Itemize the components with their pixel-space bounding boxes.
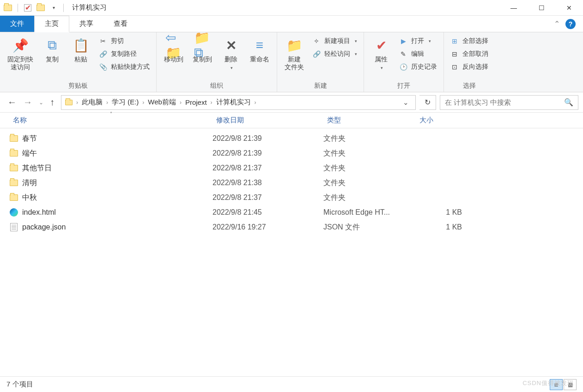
group-clipboard: 📌 固定到快 速访问 ⧉ 复制 📋 粘贴 ✂剪切 🔗复制路径 📎粘贴快捷方式 剪…	[0, 32, 157, 92]
breadcrumb-item[interactable]: 学习 (E:)›	[111, 98, 145, 107]
qat-dropdown-icon[interactable]: ▾	[49, 3, 59, 13]
copy-icon: ⧉	[44, 37, 61, 54]
group-label: 组织	[161, 81, 272, 91]
rename-icon: ≡	[251, 37, 268, 54]
close-button[interactable]: ✕	[555, 0, 583, 16]
invert-selection-button[interactable]: ⊡反向选择	[449, 62, 490, 72]
file-row[interactable]: 春节2022/9/8 21:39文件夹	[9, 131, 583, 146]
col-name[interactable]: 名称˄	[9, 116, 213, 125]
tab-file[interactable]: 文件	[0, 16, 34, 32]
rename-button[interactable]: ≡重命名	[247, 35, 272, 66]
help-icon[interactable]: ?	[565, 19, 576, 29]
delete-button[interactable]: ✕删除▾	[219, 35, 243, 72]
app-folder-icon[interactable]	[3, 3, 13, 13]
breadcrumb-item[interactable]: Web前端›	[147, 98, 182, 107]
open-button[interactable]: ▶打开▾	[397, 36, 439, 46]
file-row[interactable]: 端午2022/9/8 21:39文件夹	[9, 146, 583, 161]
select-none-button[interactable]: ⊟全部取消	[449, 49, 490, 59]
forward-button[interactable]: →	[23, 97, 32, 108]
cut-button[interactable]: ✂剪切	[97, 36, 152, 46]
tab-share[interactable]: 共享	[69, 16, 103, 32]
history-icon: 🕑	[399, 63, 407, 71]
recent-locations-button[interactable]: ⌄	[39, 99, 43, 106]
file-row[interactable]: index.html2022/9/8 21:45Microsoft Edge H…	[9, 205, 583, 220]
select-none-icon: ⊟	[450, 50, 459, 58]
breadcrumb-item[interactable]: 此电脑›	[81, 98, 109, 107]
file-type: 文件夹	[323, 163, 416, 173]
file-name: 端午	[22, 149, 37, 158]
history-button[interactable]: 🕑历史记录	[397, 62, 439, 72]
breadcrumb-root-icon[interactable]: ›	[64, 99, 79, 106]
search-input[interactable]	[445, 98, 564, 106]
minimize-button[interactable]: —	[500, 0, 528, 16]
search-icon[interactable]: 🔍	[564, 98, 573, 107]
easy-access-button[interactable]: 🔗轻松访问▾	[310, 49, 359, 59]
back-button[interactable]: ←	[7, 97, 17, 108]
column-headers: 名称˄ 修改日期 类型 大小	[0, 113, 583, 128]
file-date: 2022/9/8 21:37	[213, 164, 323, 172]
paste-icon: 📋	[73, 37, 89, 54]
group-label: 剪贴板	[5, 81, 152, 91]
folder-icon	[9, 134, 18, 143]
ribbon-tabs: 文件 主页 共享 查看 ⌃ ?	[0, 16, 583, 32]
up-button[interactable]: ↑	[50, 97, 55, 108]
group-label: 打开	[369, 81, 439, 91]
item-count: 7 个项目	[6, 380, 33, 389]
file-row[interactable]: 清明2022/9/8 21:38文件夹	[9, 175, 583, 190]
nav-arrows: ← → ⌄ ↑	[5, 97, 57, 108]
tab-view[interactable]: 查看	[103, 16, 138, 32]
breadcrumb-dropdown[interactable]: ⌄	[399, 98, 413, 107]
paste-button[interactable]: 📋 粘贴	[68, 35, 93, 66]
copy-to-button[interactable]: 📁⧉复制到	[190, 35, 215, 66]
file-row[interactable]: package.json2022/9/16 19:27JSON 文件1 KB	[9, 220, 583, 235]
file-type: 文件夹	[323, 178, 416, 188]
file-row[interactable]: 其他节日2022/9/8 21:37文件夹	[9, 161, 583, 175]
move-to-button[interactable]: ⇦📁移动到	[161, 35, 186, 66]
file-type: Microsoft Edge HT...	[323, 208, 416, 217]
breadcrumb-item[interactable]: 计算机实习›	[215, 98, 257, 107]
file-date: 2022/9/8 21:38	[213, 179, 323, 187]
new-item-button[interactable]: ✧新建项目▾	[310, 36, 359, 46]
window-controls: — ☐ ✕	[500, 0, 583, 16]
file-row[interactable]: 中秋2022/9/8 21:37文件夹	[9, 190, 583, 205]
properties-check-icon[interactable]: ✔	[23, 3, 33, 13]
maximize-button[interactable]: ☐	[528, 0, 555, 16]
group-label: 新建	[282, 81, 359, 91]
collapse-ribbon-icon[interactable]: ⌃	[554, 19, 560, 28]
paste-shortcut-button[interactable]: 📎粘贴快捷方式	[97, 62, 152, 72]
separator	[63, 4, 64, 12]
file-type: 文件夹	[323, 193, 416, 203]
search-box[interactable]: 🔍	[440, 95, 578, 110]
col-date[interactable]: 修改日期	[213, 116, 323, 125]
status-bar: 7 个项目 ≣ ▦	[0, 376, 583, 392]
tab-home[interactable]: 主页	[34, 16, 69, 32]
folder-icon	[9, 178, 18, 187]
new-folder-icon: 📁	[286, 37, 303, 54]
file-name: 清明	[22, 178, 37, 188]
open-folder-icon[interactable]	[36, 3, 46, 13]
copy-path-button[interactable]: 🔗复制路径	[97, 49, 152, 59]
properties-button[interactable]: ✔属性▾	[369, 35, 394, 72]
col-type[interactable]: 类型	[323, 116, 416, 125]
edge-icon	[9, 208, 18, 217]
edit-button[interactable]: ✎编辑	[397, 49, 439, 59]
col-size[interactable]: 大小	[416, 116, 471, 125]
file-name: 春节	[22, 134, 37, 144]
sort-indicator-icon: ˄	[110, 111, 112, 116]
breadcrumb-item[interactable]: Projext›	[184, 98, 213, 106]
folder-icon	[9, 149, 18, 158]
invert-icon: ⊡	[450, 63, 459, 71]
refresh-button[interactable]: ↻	[419, 95, 436, 110]
breadcrumb[interactable]: › 此电脑› 学习 (E:)› Web前端› Projext› 计算机实习› ⌄	[61, 95, 416, 110]
pin-quickaccess-button[interactable]: 📌 固定到快 速访问	[5, 35, 36, 73]
pin-icon: 📌	[12, 37, 29, 54]
group-open: ✔属性▾ ▶打开▾ ✎编辑 🕑历史记录 打开	[364, 32, 444, 92]
file-type: 文件夹	[323, 149, 416, 158]
edit-icon: ✎	[399, 50, 407, 58]
navigation-bar: ← → ⌄ ↑ › 此电脑› 学习 (E:)› Web前端› Projext› …	[0, 92, 583, 113]
new-folder-button[interactable]: 📁新建 文件夹	[282, 35, 307, 73]
copy-button[interactable]: ⧉ 复制	[40, 35, 65, 66]
moveto-icon: ⇦📁	[165, 37, 182, 54]
open-icon: ▶	[399, 37, 407, 45]
select-all-button[interactable]: ⊞全部选择	[449, 36, 490, 46]
